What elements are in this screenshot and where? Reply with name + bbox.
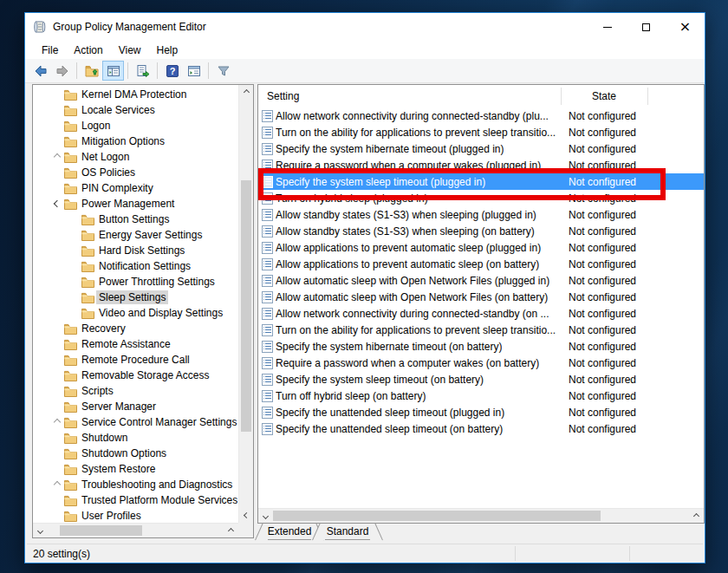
tree-item[interactable]: Button Settings — [33, 212, 238, 227]
filter-button[interactable] — [212, 61, 234, 81]
help-button[interactable]: ? — [161, 61, 183, 81]
list-row[interactable]: Allow standby states (S1-S3) when sleepi… — [258, 206, 704, 223]
menu-action[interactable]: Action — [66, 42, 110, 58]
list-row[interactable]: Require a password when a computer wakes… — [258, 355, 704, 371]
list-row[interactable]: Turn on the ability for applications to … — [258, 124, 704, 140]
list-row[interactable]: Allow automatic sleep with Open Network … — [258, 289, 704, 305]
chevron-down-icon[interactable] — [50, 201, 64, 206]
tree-item[interactable]: Shutdown — [33, 430, 238, 446]
scroll-left-button[interactable] — [33, 524, 48, 538]
maximize-button[interactable] — [627, 13, 666, 41]
close-button[interactable]: × — [666, 13, 705, 41]
list-row[interactable]: Allow network connectivity during connec… — [258, 305, 704, 322]
list-row[interactable]: Specify the unattended sleep timeout (pl… — [258, 404, 704, 420]
tree-item[interactable]: PIN Complexity — [33, 180, 238, 196]
list-row[interactable]: Allow automatic sleep with Open Network … — [258, 272, 704, 289]
tree-item[interactable]: Recovery — [33, 321, 238, 336]
scroll-right-button[interactable] — [224, 524, 238, 538]
settings-list-pane: Setting State Allow network connectivity… — [257, 84, 705, 524]
folder-icon — [81, 230, 96, 241]
tree-vertical-scrollbar[interactable] — [238, 85, 253, 523]
console-tree-icon — [107, 64, 120, 78]
list-row[interactable]: Allow standby states (S1-S3) when sleepi… — [258, 223, 704, 239]
list-row[interactable]: Turn off hybrid sleep (on battery)Not co… — [258, 387, 704, 404]
column-header-state[interactable]: State — [561, 90, 647, 102]
tree-item-label: Recovery — [79, 322, 128, 335]
tree-item[interactable]: Energy Saver Settings — [33, 227, 238, 243]
tree-item[interactable]: Kernel DMA Protection — [33, 87, 238, 102]
tree-item[interactable]: Service Control Manager Settings — [33, 414, 238, 430]
tree-item[interactable]: Power Management — [33, 196, 238, 212]
tree-item[interactable]: Notification Settings — [33, 258, 238, 274]
list-row[interactable]: Specify the system hibernate timeout (pl… — [258, 140, 704, 157]
up-folder-icon — [85, 64, 99, 78]
chevron-right-icon[interactable] — [50, 482, 64, 487]
close-icon: × — [679, 20, 691, 34]
column-divider[interactable] — [561, 88, 562, 105]
up-one-level-button[interactable] — [81, 61, 102, 81]
minimize-button[interactable] — [588, 13, 627, 41]
forward-button[interactable] — [51, 61, 73, 81]
list-row[interactable]: Turn on hybrid sleep (plugged in)Not con… — [258, 190, 704, 206]
tree-item[interactable]: Net Logon — [33, 149, 238, 165]
tab-standard[interactable]: Standard — [318, 524, 377, 540]
tree-item[interactable]: User Profiles — [33, 508, 238, 523]
list-row[interactable]: Allow applications to prevent automatic … — [258, 256, 704, 272]
setting-name: Turn on hybrid sleep (plugged in) — [276, 192, 428, 205]
list-row[interactable]: Allow applications to prevent automatic … — [258, 239, 704, 256]
menu-help[interactable]: Help — [149, 42, 186, 58]
setting-state: Not configured — [569, 423, 636, 435]
tab-extended[interactable]: Extended — [261, 524, 318, 540]
policy-setting-icon — [262, 192, 276, 205]
list-row[interactable]: Specify the system hibernate timeout (on… — [258, 338, 704, 355]
list-row-selected[interactable]: Specify the system sleep timeout (plugge… — [258, 173, 704, 190]
policy-setting-icon — [262, 143, 276, 155]
tree-item[interactable]: Removable Storage Access — [33, 368, 238, 383]
menu-view[interactable]: View — [111, 42, 149, 58]
chevron-right-icon[interactable] — [50, 420, 64, 425]
tree-item[interactable]: Mitigation Options — [33, 133, 238, 149]
export-list-button[interactable] — [132, 61, 153, 81]
tree-item[interactable]: Sleep Settings — [33, 290, 238, 305]
scrollbar-thumb[interactable] — [273, 511, 601, 521]
tree-item[interactable]: Locale Services — [33, 102, 238, 118]
list-row[interactable]: Specify the system sleep timeout (on bat… — [258, 371, 704, 387]
scroll-right-button[interactable] — [689, 509, 704, 524]
title-bar[interactable]: Group Policy Management Editor × — [25, 13, 705, 41]
tree-item[interactable]: Scripts — [33, 383, 238, 399]
tree-item[interactable]: Server Manager — [33, 399, 238, 414]
scroll-down-button[interactable] — [239, 508, 254, 523]
back-button[interactable] — [29, 61, 51, 81]
filter-icon — [217, 64, 231, 78]
tree-item[interactable]: Trusted Platform Module Services — [33, 492, 238, 508]
column-header-setting[interactable]: Setting — [267, 90, 299, 102]
tree-item[interactable]: Video and Display Settings — [33, 305, 238, 321]
column-divider[interactable] — [647, 88, 648, 105]
scrollbar-thumb[interactable] — [60, 525, 142, 536]
list-horizontal-scrollbar[interactable] — [258, 508, 704, 523]
show-window-button[interactable] — [183, 61, 205, 81]
tree-item[interactable]: Logon — [33, 118, 238, 133]
tree-item[interactable]: Hard Disk Settings — [33, 243, 238, 258]
list-row[interactable]: Turn on the ability for applications to … — [258, 322, 704, 338]
list-row[interactable]: Specify the unattended sleep timeout (on… — [258, 420, 704, 437]
tree-item[interactable]: System Restore — [33, 461, 238, 477]
console-tree-toggle-button[interactable] — [102, 61, 124, 81]
scroll-left-button[interactable] — [258, 509, 273, 524]
scroll-up-button[interactable] — [239, 85, 254, 100]
scrollbar-thumb[interactable] — [241, 180, 251, 432]
tree-item[interactable]: Shutdown Options — [33, 446, 238, 461]
tree-item[interactable]: Remote Procedure Call — [33, 352, 238, 368]
tree-item[interactable]: Remote Assistance — [33, 336, 238, 352]
tree-item[interactable]: Troubleshooting and Diagnostics — [33, 477, 238, 492]
tree-item[interactable]: Power Throttling Settings — [33, 274, 238, 290]
list-row[interactable]: Require a password when a computer wakes… — [258, 157, 704, 173]
menu-file[interactable]: File — [34, 42, 66, 58]
tree-horizontal-scrollbar[interactable] — [33, 523, 238, 537]
chevron-right-icon[interactable] — [50, 154, 64, 160]
content-area: Kernel DMA ProtectionLocale ServicesLogo… — [25, 83, 705, 563]
list-row[interactable]: Allow network connectivity during connec… — [258, 107, 704, 124]
folder-icon — [64, 401, 79, 413]
tree-item[interactable]: OS Policies — [33, 165, 238, 180]
setting-state: Not configured — [569, 374, 636, 386]
